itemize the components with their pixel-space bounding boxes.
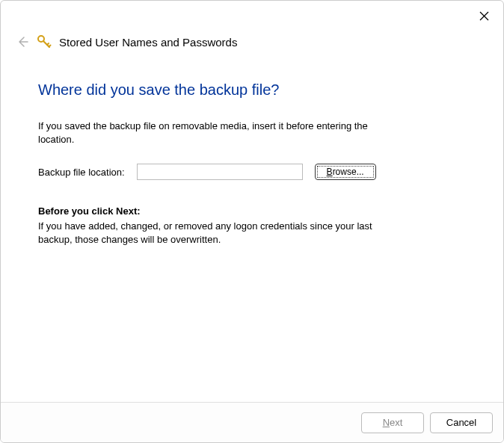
next-button[interactable]: Next xyxy=(361,412,424,433)
svg-line-4 xyxy=(47,43,49,45)
file-location-label: Backup file location: xyxy=(38,167,125,178)
wizard-footer: Next Cancel xyxy=(1,402,503,442)
description-text: If you saved the backup file on removabl… xyxy=(38,120,397,146)
page-heading: Where did you save the backup file? xyxy=(38,81,466,99)
next-label-rest: ext xyxy=(390,417,402,428)
warning-text: If you have added, changed, or removed a… xyxy=(38,220,397,246)
key-icon xyxy=(37,34,52,49)
wizard-header: Stored User Names and Passwords xyxy=(16,34,237,49)
browse-label-rest: rowse... xyxy=(333,167,364,177)
back-arrow-icon xyxy=(16,36,28,48)
content-area: Where did you save the backup file? If y… xyxy=(38,81,466,246)
back-button[interactable] xyxy=(16,35,29,49)
next-mnemonic: N xyxy=(383,417,390,428)
warning-heading: Before you click Next: xyxy=(38,205,466,217)
cancel-button[interactable]: Cancel xyxy=(430,412,493,433)
browse-mnemonic: B xyxy=(327,167,333,177)
file-location-input[interactable] xyxy=(137,164,303,180)
close-button[interactable] xyxy=(475,7,493,25)
file-location-row: Backup file location: Browse... xyxy=(38,164,466,180)
wizard-title: Stored User Names and Passwords xyxy=(59,36,237,49)
close-icon xyxy=(479,11,489,21)
svg-line-5 xyxy=(49,46,51,47)
browse-button[interactable]: Browse... xyxy=(315,164,376,180)
